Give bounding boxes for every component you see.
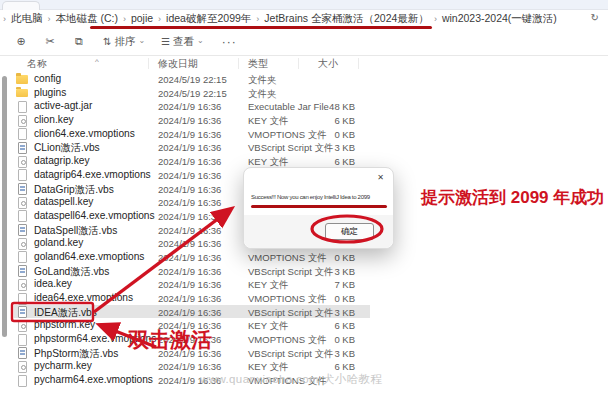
jar-file-icon (18, 101, 27, 113)
file-date: 2024/1/9 16:36 (158, 279, 221, 290)
file-name: pycharm64.exe.vmoptions (34, 374, 153, 385)
file-size: 6 KB (300, 156, 355, 167)
file-date: 2024/1/9 16:36 (158, 293, 221, 304)
file-size: 7 KB (300, 279, 355, 290)
file-date: 2024/1/9 16:36 (158, 211, 221, 222)
key-file-icon (18, 238, 27, 250)
explorer-tab[interactable] (2, 1, 40, 10)
file-date: 2024/1/9 16:36 (158, 225, 221, 236)
close-icon[interactable]: ✕ (377, 173, 384, 182)
file-name: dataspell.key (34, 196, 93, 207)
folder-icon (16, 75, 28, 84)
file-date: 2024/1/9 16:36 (158, 197, 221, 208)
file-row[interactable]: datagrip.key2024/1/9 16:36KEY 文件6 KB (14, 154, 370, 168)
column-divider (358, 58, 359, 69)
column-divider (298, 58, 299, 69)
window-tab-strip (0, 0, 608, 10)
vbscript-file-icon (18, 347, 27, 359)
more-options-button[interactable]: ··· (222, 35, 237, 49)
file-name: datagrip64.exe.vmoptions (34, 169, 151, 180)
refresh-icon[interactable]: ↻ (591, 12, 599, 23)
file-name: datagrip.key (34, 155, 90, 166)
file-size: 0 KB (300, 334, 355, 345)
vbscript-file-icon (18, 265, 27, 277)
file-size: 3 KB (300, 307, 355, 318)
breadcrumb-item[interactable]: 此电脑 (7, 12, 47, 24)
key-file-icon (18, 361, 27, 373)
file-row[interactable]: active-agt.jar2024/1/9 16:36Executable J… (14, 99, 370, 113)
file-name: dataspell64.exe.vmoptions (34, 210, 155, 221)
vertical-scrollbar[interactable] (2, 76, 7, 337)
file-row[interactable]: phpstorm.key2024/1/9 16:36KEY 文件6 KB (14, 318, 370, 332)
vbscript-file-icon (18, 306, 27, 318)
new-item-icon[interactable]: ⊕ (13, 35, 29, 48)
sort-ascending-icon: ^ (95, 57, 99, 66)
file-row[interactable]: pycharm.key2024/1/9 16:36KEY 文件6 KB (14, 359, 370, 373)
file-name: pycharm.key (34, 360, 92, 371)
file-date: 2024/1/9 16:36 (158, 375, 221, 386)
file-size: 6 KB (300, 320, 355, 331)
file-row[interactable]: CLion激活.vbs2024/1/9 16:36VBScript Script… (14, 140, 370, 154)
chevron-down-icon: ⌄ (138, 36, 145, 45)
file-row[interactable]: clion.key2024/1/9 16:36KEY 文件6 KB (14, 113, 370, 127)
breadcrumb-item[interactable]: 本地磁盘 (C:) (52, 12, 122, 24)
file-date: 2024/1/9 16:36 (158, 307, 221, 318)
breadcrumb-item[interactable]: idea破解至2099年 (162, 12, 255, 24)
vbscript-file-icon (18, 183, 27, 195)
file-row[interactable]: IDEA激活.vbs2024/1/9 16:36VBScript Script … (14, 305, 370, 319)
dialog-message: Success!!! Now you can enjoy IntelliJ Id… (251, 194, 370, 200)
view-icon: ☰ (161, 36, 170, 47)
cut-icon[interactable]: ✂ (42, 35, 58, 48)
view-button[interactable]: ☰ 查看 ⌄ (161, 35, 204, 49)
sort-button[interactable]: ⇅ 排序 ⌄ (103, 35, 145, 49)
file-name: idea.key (34, 278, 72, 289)
file-size: 6 KB (300, 115, 355, 126)
file-size: 3 KB (300, 348, 355, 359)
vmoptions-file-icon (18, 128, 27, 140)
file-row[interactable]: idea64.exe.vmoptions2024/1/9 16:36VMOPTI… (14, 291, 370, 305)
file-row[interactable]: clion64.exe.vmoptions2024/1/9 16:36VMOPT… (14, 127, 370, 141)
activation-success-dialog: ✕ Success!!! Now you can enjoy IntelliJ … (243, 167, 394, 249)
key-file-icon (18, 115, 27, 127)
file-name: clion.key (34, 114, 74, 125)
file-date: 2024/1/9 16:36 (158, 252, 221, 263)
file-row[interactable]: phpstorm64.exe.vmoptions2024/1/9 16:36VM… (14, 332, 370, 346)
file-row[interactable]: goland64.exe.vmoptions2024/1/9 16:36VMOP… (14, 250, 370, 264)
file-row[interactable]: GoLand激活.vbs2024/1/9 16:36VBScript Scrip… (14, 264, 370, 278)
file-date: 2024/1/9 16:36 (158, 170, 221, 181)
column-header-name[interactable]: 名称 (27, 57, 47, 71)
breadcrumb-item[interactable]: win2023-2024(一键激活) (438, 12, 561, 24)
column-header-date[interactable]: 修改日期 (158, 57, 198, 71)
file-size: 0 KB (300, 252, 355, 263)
file-name: config (34, 73, 61, 84)
chevron-down-icon: ⌄ (197, 36, 204, 45)
file-explorer-window: ›此电脑›本地磁盘 (C:)›pojie›idea破解至2099年›JetBra… (0, 0, 608, 400)
breadcrumb: ›此电脑›本地磁盘 (C:)›pojie›idea破解至2099年›JetBra… (2, 12, 561, 26)
file-date: 2024/1/9 16:36 (158, 320, 221, 331)
key-file-icon (18, 156, 27, 168)
sort-label: 排序 (114, 35, 135, 49)
file-name: phpstorm.key (34, 319, 95, 330)
file-row[interactable]: PhpStorm激活.vbs2024/1/9 16:36VBScript Scr… (14, 346, 370, 360)
breadcrumb-item[interactable]: JetBrains 全家桶激活（2024最新） (260, 12, 433, 24)
file-size: 0 KB (300, 129, 355, 140)
breadcrumb-separator: › (47, 14, 52, 24)
ok-button[interactable]: 确定 (325, 223, 374, 240)
file-date: 2024/1/9 16:36 (158, 184, 221, 195)
file-row[interactable]: pycharm64.exe.vmoptions2024/1/9 16:36VMO… (14, 373, 370, 387)
file-row[interactable]: config2024/5/19 22:15文件夹 (14, 72, 370, 86)
vmoptions-file-icon (18, 251, 27, 263)
column-header-type[interactable]: 类型 (248, 57, 268, 71)
vbscript-file-icon (18, 224, 27, 236)
file-size: 6 KB (300, 361, 355, 372)
file-name: clion64.exe.vmoptions (34, 128, 135, 139)
file-date: 2024/5/19 22:15 (158, 88, 227, 99)
file-type: VMOPTIONS 文件 (248, 375, 327, 388)
file-row[interactable]: plugins2024/5/19 22:15文件夹 (14, 86, 370, 100)
file-size: 0 KB (300, 293, 355, 304)
file-row[interactable]: idea.key2024/1/9 16:36KEY 文件7 KB (14, 277, 370, 291)
copy-icon[interactable]: ⧉ (71, 35, 87, 48)
vmoptions-file-icon (18, 293, 27, 305)
breadcrumb-item[interactable]: pojie (127, 12, 157, 24)
column-header-size[interactable]: 大小 (318, 57, 338, 71)
